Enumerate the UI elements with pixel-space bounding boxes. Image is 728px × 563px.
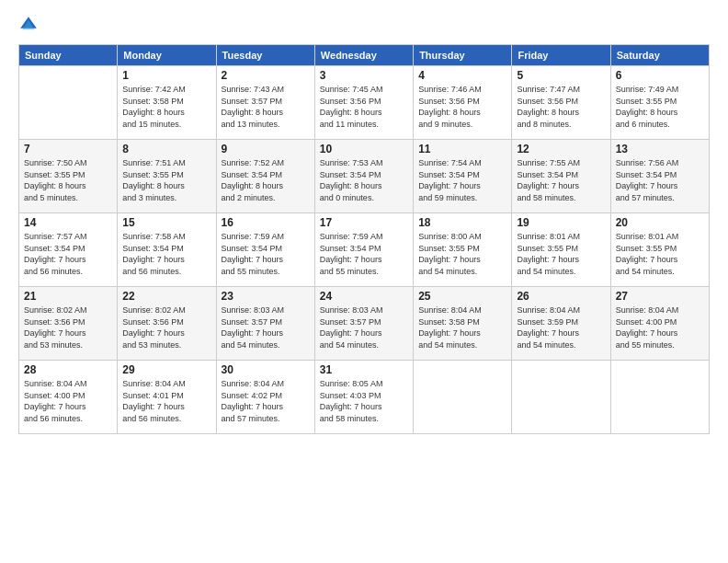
day-info: Sunrise: 8:04 AM Sunset: 3:58 PM Dayligh…: [418, 304, 506, 350]
calendar-cell: 24Sunrise: 8:03 AM Sunset: 3:57 PM Dayli…: [314, 287, 413, 361]
day-number: 20: [616, 216, 704, 229]
calendar-week-row: 14Sunrise: 7:57 AM Sunset: 3:54 PM Dayli…: [19, 213, 710, 287]
calendar-cell: 13Sunrise: 7:56 AM Sunset: 3:54 PM Dayli…: [610, 140, 709, 213]
day-info: Sunrise: 7:47 AM Sunset: 3:56 PM Dayligh…: [517, 84, 605, 130]
day-info: Sunrise: 8:03 AM Sunset: 3:57 PM Dayligh…: [222, 304, 310, 350]
calendar-cell: 30Sunrise: 8:04 AM Sunset: 4:02 PM Dayli…: [216, 361, 314, 434]
day-number: 7: [24, 143, 112, 155]
day-info: Sunrise: 7:42 AM Sunset: 3:58 PM Dayligh…: [122, 84, 210, 130]
header: [18, 15, 710, 35]
calendar-cell: 29Sunrise: 8:04 AM Sunset: 4:01 PM Dayli…: [118, 361, 216, 434]
day-number: 10: [320, 143, 408, 155]
day-number: 13: [616, 143, 704, 155]
weekday-header: Monday: [118, 45, 216, 66]
calendar-cell: 3Sunrise: 7:45 AM Sunset: 3:56 PM Daylig…: [314, 66, 413, 140]
calendar-cell: 14Sunrise: 7:57 AM Sunset: 3:54 PM Dayli…: [19, 213, 118, 287]
calendar-week-row: 28Sunrise: 8:04 AM Sunset: 4:00 PM Dayli…: [19, 361, 710, 434]
day-info: Sunrise: 7:54 AM Sunset: 3:54 PM Dayligh…: [418, 157, 506, 203]
day-number: 11: [418, 143, 506, 155]
calendar-cell: [19, 66, 118, 140]
day-number: 9: [222, 143, 310, 155]
day-number: 15: [122, 216, 210, 229]
day-info: Sunrise: 7:58 AM Sunset: 3:54 PM Dayligh…: [122, 231, 210, 277]
calendar-table: SundayMondayTuesdayWednesdayThursdayFrid…: [18, 44, 710, 434]
calendar-cell: 16Sunrise: 7:59 AM Sunset: 3:54 PM Dayli…: [216, 213, 314, 287]
calendar-cell: 4Sunrise: 7:46 AM Sunset: 3:56 PM Daylig…: [414, 66, 512, 140]
calendar-cell: 11Sunrise: 7:54 AM Sunset: 3:54 PM Dayli…: [414, 140, 512, 213]
day-number: 29: [122, 363, 210, 376]
calendar-cell: 27Sunrise: 8:04 AM Sunset: 4:00 PM Dayli…: [610, 287, 709, 361]
day-info: Sunrise: 7:55 AM Sunset: 3:54 PM Dayligh…: [517, 157, 605, 203]
day-number: 19: [517, 216, 605, 229]
day-number: 22: [122, 290, 210, 303]
day-info: Sunrise: 8:04 AM Sunset: 4:02 PM Dayligh…: [222, 378, 310, 424]
page: SundayMondayTuesdayWednesdayThursdayFrid…: [0, 0, 728, 563]
calendar-cell: 23Sunrise: 8:03 AM Sunset: 3:57 PM Dayli…: [216, 287, 314, 361]
day-info: Sunrise: 7:43 AM Sunset: 3:57 PM Dayligh…: [222, 84, 310, 130]
day-number: 16: [222, 216, 310, 229]
day-number: 1: [122, 69, 210, 82]
day-number: 6: [616, 69, 704, 82]
day-number: 30: [222, 363, 310, 376]
day-number: 12: [517, 143, 605, 155]
calendar-cell: 31Sunrise: 8:05 AM Sunset: 4:03 PM Dayli…: [314, 361, 413, 434]
day-info: Sunrise: 8:00 AM Sunset: 3:55 PM Dayligh…: [418, 231, 506, 277]
day-number: 2: [222, 69, 310, 82]
calendar-cell: 5Sunrise: 7:47 AM Sunset: 3:56 PM Daylig…: [512, 66, 610, 140]
logo-icon: [18, 15, 39, 35]
day-number: 3: [320, 69, 408, 82]
logo: [18, 15, 40, 35]
day-info: Sunrise: 7:50 AM Sunset: 3:55 PM Dayligh…: [24, 157, 112, 203]
day-number: 4: [418, 69, 506, 82]
day-info: Sunrise: 8:03 AM Sunset: 3:57 PM Dayligh…: [320, 304, 408, 350]
weekday-header: Saturday: [610, 45, 709, 66]
calendar-cell: 6Sunrise: 7:49 AM Sunset: 3:55 PM Daylig…: [610, 66, 709, 140]
day-info: Sunrise: 7:59 AM Sunset: 3:54 PM Dayligh…: [222, 231, 310, 277]
day-info: Sunrise: 7:52 AM Sunset: 3:54 PM Dayligh…: [222, 157, 310, 203]
weekday-header: Sunday: [19, 45, 118, 66]
day-number: 28: [24, 363, 112, 376]
calendar-cell: 2Sunrise: 7:43 AM Sunset: 3:57 PM Daylig…: [216, 66, 314, 140]
day-number: 8: [122, 143, 210, 155]
calendar-week-row: 7Sunrise: 7:50 AM Sunset: 3:55 PM Daylig…: [19, 140, 710, 213]
weekday-header: Tuesday: [216, 45, 314, 66]
calendar-cell: 26Sunrise: 8:04 AM Sunset: 3:59 PM Dayli…: [512, 287, 610, 361]
weekday-header: Friday: [512, 45, 610, 66]
day-number: 14: [24, 216, 112, 229]
calendar-cell: [414, 361, 512, 434]
day-number: 17: [320, 216, 408, 229]
day-info: Sunrise: 7:51 AM Sunset: 3:55 PM Dayligh…: [122, 157, 210, 203]
weekday-header: Thursday: [414, 45, 512, 66]
weekday-header-row: SundayMondayTuesdayWednesdayThursdayFrid…: [19, 45, 710, 66]
day-info: Sunrise: 7:46 AM Sunset: 3:56 PM Dayligh…: [418, 84, 506, 130]
day-number: 26: [517, 290, 605, 303]
weekday-header: Wednesday: [314, 45, 413, 66]
day-info: Sunrise: 7:49 AM Sunset: 3:55 PM Dayligh…: [616, 84, 704, 130]
calendar-cell: 1Sunrise: 7:42 AM Sunset: 3:58 PM Daylig…: [118, 66, 216, 140]
calendar-cell: 19Sunrise: 8:01 AM Sunset: 3:55 PM Dayli…: [512, 213, 610, 287]
day-info: Sunrise: 7:45 AM Sunset: 3:56 PM Dayligh…: [320, 84, 408, 130]
day-info: Sunrise: 8:04 AM Sunset: 4:00 PM Dayligh…: [24, 378, 112, 424]
calendar-cell: 7Sunrise: 7:50 AM Sunset: 3:55 PM Daylig…: [19, 140, 118, 213]
calendar-week-row: 21Sunrise: 8:02 AM Sunset: 3:56 PM Dayli…: [19, 287, 710, 361]
day-info: Sunrise: 8:02 AM Sunset: 3:56 PM Dayligh…: [24, 304, 112, 350]
day-number: 27: [616, 290, 704, 303]
calendar-cell: 15Sunrise: 7:58 AM Sunset: 3:54 PM Dayli…: [118, 213, 216, 287]
calendar-cell: [610, 361, 709, 434]
calendar-cell: 22Sunrise: 8:02 AM Sunset: 3:56 PM Dayli…: [118, 287, 216, 361]
day-info: Sunrise: 8:01 AM Sunset: 3:55 PM Dayligh…: [616, 231, 704, 277]
calendar-cell: 12Sunrise: 7:55 AM Sunset: 3:54 PM Dayli…: [512, 140, 610, 213]
calendar-cell: 17Sunrise: 7:59 AM Sunset: 3:54 PM Dayli…: [314, 213, 413, 287]
day-number: 21: [24, 290, 112, 303]
calendar-cell: 25Sunrise: 8:04 AM Sunset: 3:58 PM Dayli…: [414, 287, 512, 361]
day-info: Sunrise: 7:56 AM Sunset: 3:54 PM Dayligh…: [616, 157, 704, 203]
day-info: Sunrise: 8:02 AM Sunset: 3:56 PM Dayligh…: [122, 304, 210, 350]
day-number: 25: [418, 290, 506, 303]
day-info: Sunrise: 8:05 AM Sunset: 4:03 PM Dayligh…: [320, 378, 408, 424]
day-number: 24: [320, 290, 408, 303]
day-info: Sunrise: 8:01 AM Sunset: 3:55 PM Dayligh…: [517, 231, 605, 277]
day-info: Sunrise: 8:04 AM Sunset: 3:59 PM Dayligh…: [517, 304, 605, 350]
day-info: Sunrise: 8:04 AM Sunset: 4:00 PM Dayligh…: [616, 304, 704, 350]
day-number: 23: [222, 290, 310, 303]
day-info: Sunrise: 7:53 AM Sunset: 3:54 PM Dayligh…: [320, 157, 408, 203]
